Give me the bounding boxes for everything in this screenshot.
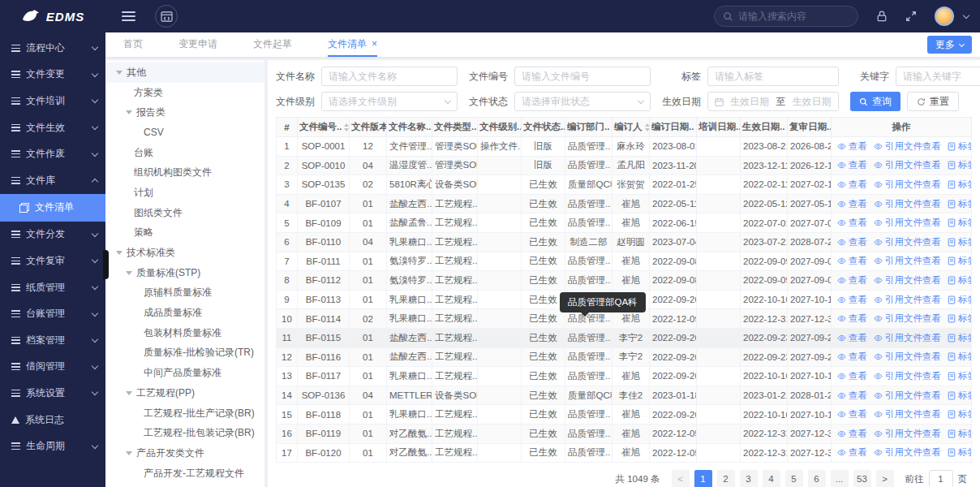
tag-maintain-link[interactable]: 标签维护 — [948, 446, 972, 459]
view-link[interactable]: 查看 — [837, 159, 867, 171]
tag-maintain-link[interactable]: 标签维护 — [948, 294, 972, 306]
sidebar-item-archive-mgmt[interactable]: 档案管理 — [0, 327, 105, 354]
table-row[interactable]: 7BF-011101氨溴特罗...工艺规程...已生效品质管理..崔旭2022-… — [277, 252, 972, 271]
tab-doc-list[interactable]: 文件清单× — [328, 32, 377, 57]
doc-name-input[interactable] — [321, 67, 458, 86]
tree-node[interactable]: 报告类 — [105, 102, 264, 123]
view-link[interactable]: 查看 — [837, 274, 867, 287]
ref-doc-view-link[interactable]: 引用文件查看 — [874, 390, 941, 402]
sidebar-item-doc-library[interactable]: 文件库 — [0, 167, 105, 194]
table-row[interactable]: 5BF-010901盐酸孟鲁...工艺规程...已生效品质管理..崔旭2022-… — [277, 213, 972, 233]
table-row[interactable]: 12BF-011601盐酸左西...工艺规程...已生效品质管理..李宁2202… — [277, 347, 972, 367]
fullscreen-icon[interactable] — [905, 11, 917, 22]
tree-node[interactable]: 技术标准类 — [105, 243, 264, 263]
sidebar-item-doc-review[interactable]: 文件复审 — [0, 248, 105, 274]
tree-node[interactable]: 产品开发-工艺规程文件 — [105, 463, 264, 484]
avatar[interactable] — [935, 6, 954, 26]
ref-doc-view-link[interactable]: 引用文件查看 — [874, 255, 941, 267]
tag-maintain-link[interactable]: 标签维护 — [948, 217, 972, 229]
view-link[interactable]: 查看 — [837, 179, 867, 191]
sidebar-item-paper-mgmt[interactable]: 纸质管理 — [0, 274, 105, 301]
tree-node[interactable]: 图纸类文件 — [105, 203, 264, 223]
tag-maintain-link[interactable]: 标签维护 — [948, 179, 972, 191]
goto-page-input[interactable] — [929, 470, 953, 487]
sidebar-item-lifecycle[interactable]: 生命周期 — [0, 433, 105, 459]
tree-node[interactable]: 质量标准-批检验记录(TR) — [105, 343, 264, 364]
tag-maintain-link[interactable]: 标签维护 — [948, 390, 972, 402]
sort-icon[interactable] — [645, 123, 650, 131]
ref-doc-view-link[interactable]: 引用文件查看 — [874, 312, 941, 325]
sidebar-item-doc-effective[interactable]: 文件生效 — [0, 114, 105, 141]
doc-status-select[interactable]: 请选择审批状态 — [514, 92, 651, 111]
page-button-53[interactable]: 53 — [853, 470, 871, 487]
ref-doc-view-link[interactable]: 引用文件查看 — [874, 274, 941, 287]
view-link[interactable]: 查看 — [837, 294, 867, 306]
page-button-4[interactable]: 4 — [763, 470, 780, 487]
table-row[interactable]: 11BF-011501盐酸左西...工艺规程...已生效品质管理..李宁2202… — [277, 328, 972, 347]
global-search[interactable] — [714, 6, 858, 27]
app-window-icon[interactable] — [155, 5, 178, 28]
view-link[interactable]: 查看 — [837, 236, 867, 248]
page-button-1[interactable]: 1 — [694, 470, 712, 487]
sidebar-item-process-center[interactable]: 流程中心 — [0, 35, 105, 62]
ref-doc-view-link[interactable]: 引用文件查看 — [874, 294, 941, 306]
view-link[interactable]: 查看 — [837, 255, 867, 267]
tree-node[interactable]: 组织机构图类文件 — [105, 162, 264, 183]
view-link[interactable]: 查看 — [837, 198, 867, 210]
view-link[interactable]: 查看 — [837, 312, 867, 325]
ref-doc-view-link[interactable]: 引用文件查看 — [874, 140, 941, 153]
more-button[interactable]: 更多 — [927, 36, 972, 54]
tree-node[interactable]: CSV — [105, 123, 264, 143]
view-link[interactable]: 查看 — [837, 370, 867, 382]
user-menu-chevron-icon[interactable] — [963, 12, 969, 19]
tab-home[interactable]: 首页 — [123, 32, 143, 57]
page-button-3[interactable]: 3 — [740, 470, 758, 487]
hamburger-menu-icon[interactable] — [122, 11, 135, 21]
tree-node[interactable]: 质量标准(STP) — [105, 263, 264, 283]
table-row[interactable]: 8BF-011201氨溴特罗...工艺规程...已生效品质管理..崔旭2022-… — [277, 271, 972, 291]
table-row[interactable]: 6BF-011004乳果糖口...工艺规程...已生效制造二部赵明圆2023-0… — [277, 232, 972, 252]
sidebar-item-doc-change[interactable]: 文件变更 — [0, 62, 105, 88]
sidebar-item-ledger-mgmt[interactable]: 台账管理 — [0, 300, 105, 327]
reset-button[interactable]: 重置 — [907, 92, 959, 111]
view-link[interactable]: 查看 — [837, 390, 867, 402]
tag-maintain-link[interactable]: 标签维护 — [948, 332, 972, 344]
view-link[interactable]: 查看 — [837, 446, 867, 459]
tree-node[interactable]: 计划 — [105, 183, 264, 203]
tree-node[interactable]: 工艺规程-批生产记录(BR) — [105, 403, 264, 424]
effective-date-range[interactable]: 生效日期 至 生效日期 — [707, 92, 839, 111]
tree-node[interactable]: 包装材料质量标准 — [105, 323, 264, 343]
tree-node[interactable]: 原辅料质量标准 — [105, 283, 264, 304]
lock-icon[interactable] — [876, 10, 888, 23]
sidebar-item-borrow-mgmt[interactable]: 借阅管理 — [0, 354, 105, 381]
table-row[interactable]: 4BF-010701盐酸左西...工艺规程...已生效品质管理..崔旭2022-… — [277, 194, 972, 213]
tag-input[interactable] — [707, 67, 839, 86]
tag-maintain-link[interactable]: 标签维护 — [948, 408, 972, 420]
view-link[interactable]: 查看 — [837, 351, 867, 363]
table-row[interactable]: 17BF-012001对乙酰氨...工艺规程...已生效品质管理..崔旭2022… — [277, 443, 972, 463]
sidebar-item-system-settings[interactable]: 系统设置 — [0, 380, 105, 407]
tag-maintain-link[interactable]: 标签维护 — [948, 198, 972, 210]
tag-maintain-link[interactable]: 标签维护 — [948, 159, 972, 171]
tab-change-request[interactable]: 变更申请 — [178, 32, 217, 57]
page-button-2[interactable]: 2 — [717, 470, 735, 487]
ref-doc-view-link[interactable]: 引用文件查看 — [874, 159, 941, 171]
tag-maintain-link[interactable]: 标签维护 — [948, 236, 972, 248]
tree-node[interactable]: 工艺规程(PP) — [105, 383, 264, 403]
ref-doc-view-link[interactable]: 引用文件查看 — [874, 428, 941, 440]
view-link[interactable]: 查看 — [837, 332, 867, 344]
view-link[interactable]: 查看 — [837, 428, 867, 440]
tree-node[interactable]: 产品开发类文件 — [105, 443, 264, 463]
ref-doc-view-link[interactable]: 引用文件查看 — [874, 408, 941, 420]
sort-icon[interactable] — [344, 123, 349, 131]
ref-doc-view-link[interactable]: 引用文件查看 — [874, 332, 941, 344]
tree-node[interactable]: 其他 — [105, 62, 264, 83]
tab-doc-draft[interactable]: 文件起草 — [253, 32, 292, 57]
ref-doc-view-link[interactable]: 引用文件查看 — [874, 217, 941, 229]
ref-doc-view-link[interactable]: 引用文件查看 — [874, 370, 941, 382]
tree-node[interactable]: 方案类 — [105, 83, 264, 103]
keyword-input[interactable] — [896, 67, 980, 86]
table-row[interactable]: 16BF-011901对乙酰氨...工艺规程...已生效品质管理..崔旭2022… — [277, 424, 972, 443]
search-input[interactable] — [738, 11, 849, 22]
sidebar-item-doc-training[interactable]: 文件培训 — [0, 88, 105, 114]
